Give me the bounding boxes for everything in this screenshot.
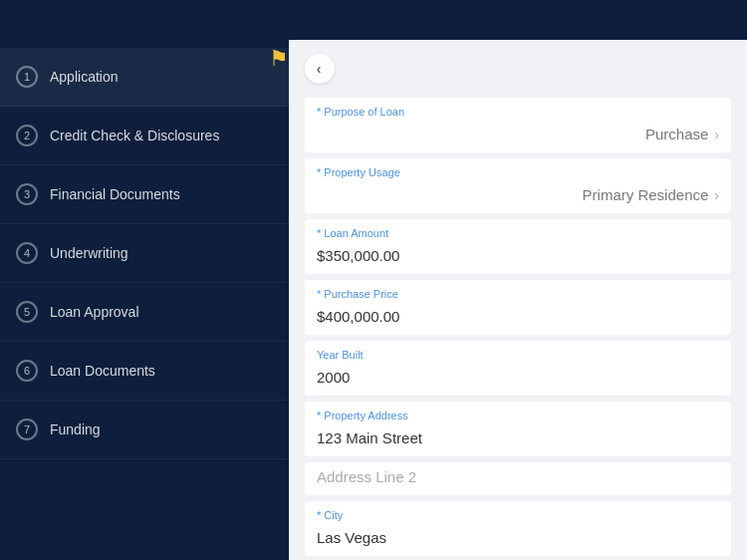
sidebar-item-loan-approval[interactable]: 5Loan Approval	[0, 283, 289, 342]
content-area: ‹ * Purpose of LoanPurchase›* Property U…	[289, 40, 747, 560]
sidebar-item-loan-documents[interactable]: 6Loan Documents	[0, 342, 289, 401]
sidebar-item-underwriting[interactable]: 4Underwriting	[0, 224, 289, 283]
field-input-city[interactable]	[305, 523, 731, 556]
chevron-right-icon: ›	[714, 187, 719, 203]
field-input-loan_amount[interactable]	[305, 241, 731, 274]
sidebar-label-6: Loan Documents	[50, 363, 155, 379]
field-input-year_built[interactable]	[305, 363, 731, 396]
sidebar-item-financial-documents[interactable]: 3Financial Documents	[0, 165, 289, 224]
sidebar-label-3: Financial Documents	[50, 186, 180, 202]
step-number-1: 1	[16, 66, 38, 88]
field-label-year_built: Year Built	[305, 341, 731, 363]
field-group-purpose_of_loan: * Purpose of LoanPurchase›	[305, 98, 731, 152]
sidebar-item-application[interactable]: 1Application⚑	[0, 48, 289, 107]
field-label-property_usage: * Property Usage	[305, 158, 731, 180]
sidebar-label-5: Loan Approval	[50, 304, 139, 320]
sidebar-item-funding[interactable]: 7Funding	[0, 401, 289, 459]
field-label-purchase_price: * Purchase Price	[305, 280, 731, 302]
field-label-purpose_of_loan: * Purpose of Loan	[305, 98, 731, 120]
back-button[interactable]: ‹	[305, 54, 335, 84]
field-group-property_address: * Property Address	[305, 402, 731, 456]
form-area: * Purpose of LoanPurchase›* Property Usa…	[289, 94, 747, 560]
step-number-7: 7	[16, 419, 38, 440]
field-input-address_line_2[interactable]	[305, 462, 731, 495]
sidebar-label-7: Funding	[50, 421, 101, 437]
bookmark-icon: ⚑	[269, 48, 289, 70]
step-number-5: 5	[16, 301, 38, 323]
step-number-4: 4	[16, 242, 38, 264]
top-header	[0, 0, 747, 40]
main-layout: 1Application⚑2Credit Check & Disclosures…	[0, 40, 747, 560]
sidebar-label-1: Application	[50, 69, 119, 85]
field-group-property_usage: * Property UsagePrimary Residence›	[305, 158, 731, 213]
field-group-address_line_2	[305, 462, 731, 495]
field-input-property_address[interactable]	[305, 423, 731, 456]
step-number-2: 2	[16, 125, 38, 146]
field-select-property_usage[interactable]: Primary Residence›	[305, 180, 731, 213]
sidebar-label-4: Underwriting	[50, 245, 128, 261]
field-group-loan_amount: * Loan Amount	[305, 219, 731, 274]
sidebar-item-credit-check-and-disclosures[interactable]: 2Credit Check & Disclosures	[0, 107, 289, 165]
field-group-city: * City	[305, 501, 731, 556]
step-number-3: 3	[16, 183, 38, 205]
field-group-purchase_price: * Purchase Price	[305, 280, 731, 335]
field-label-loan_amount: * Loan Amount	[305, 219, 731, 241]
step-number-6: 6	[16, 360, 38, 382]
field-value-purpose_of_loan: Purchase	[645, 126, 708, 142]
field-value-property_usage: Primary Residence	[583, 186, 709, 203]
back-chevron-icon: ‹	[317, 61, 322, 77]
field-label-property_address: * Property Address	[305, 402, 731, 423]
field-group-year_built: Year Built	[305, 341, 731, 396]
field-label-city: * City	[305, 501, 731, 523]
sidebar: 1Application⚑2Credit Check & Disclosures…	[0, 40, 289, 560]
field-select-purpose_of_loan[interactable]: Purchase›	[305, 120, 731, 152]
sidebar-label-2: Credit Check & Disclosures	[50, 128, 219, 143]
field-input-purchase_price[interactable]	[305, 302, 731, 335]
content-header: ‹	[289, 40, 747, 94]
chevron-right-icon: ›	[714, 127, 719, 142]
